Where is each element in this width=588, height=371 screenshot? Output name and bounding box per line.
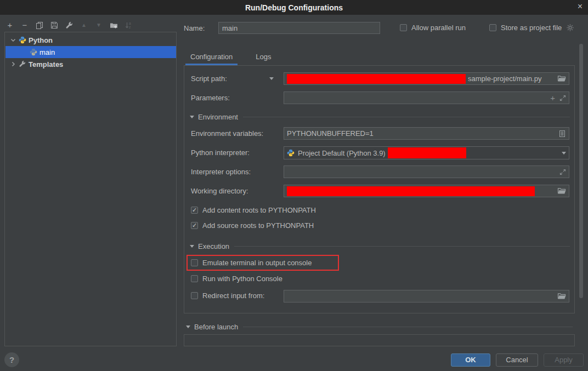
store-as-project-file-checkbox[interactable]: Store as project file	[489, 24, 574, 32]
sort-az-icon: az	[125, 21, 132, 29]
sort-configs-button[interactable]: az	[124, 21, 133, 30]
name-label: Name:	[184, 24, 205, 32]
remove-config-button[interactable]: −	[20, 21, 29, 30]
tree-item-python[interactable]: Python	[5, 34, 176, 46]
run-with-python-console-checkbox[interactable]: Run with Python Console	[191, 275, 282, 283]
redirect-input-field[interactable]	[284, 290, 569, 302]
expand-icon[interactable]	[559, 95, 566, 101]
config-tree: Python main Templates	[4, 32, 177, 346]
add-macro-icon[interactable]: +	[550, 95, 555, 101]
plus-icon: +	[8, 21, 13, 29]
working-directory-browse-button[interactable]	[557, 187, 566, 195]
redirect-input-browse-button[interactable]	[557, 293, 566, 300]
new-folder-button[interactable]	[109, 21, 118, 30]
interpreter-options-label: Interpreter options:	[191, 165, 251, 178]
working-directory-label: Working directory:	[191, 185, 248, 197]
tab-configuration[interactable]: Configuration	[185, 50, 238, 65]
add-content-roots-checkbox[interactable]: ✓ Add content roots to PYTHONPATH	[191, 206, 316, 214]
section-divider	[243, 117, 570, 117]
python-icon	[287, 149, 295, 157]
titlebar: Run/Debug Configurations ×	[0, 0, 588, 15]
section-divider	[243, 327, 573, 327]
dialog-title: Run/Debug Configurations	[245, 3, 343, 12]
minus-icon: −	[22, 21, 27, 29]
python-icon	[19, 36, 26, 44]
svg-text:z: z	[129, 25, 131, 29]
cancel-button[interactable]: Cancel	[496, 353, 538, 367]
folder-open-icon	[557, 187, 566, 195]
emulate-terminal-checkbox[interactable]: Emulate terminal in output console	[191, 259, 312, 267]
arrow-up-icon: ▲	[81, 21, 87, 29]
edit-environment-variables-button[interactable]	[558, 130, 566, 138]
add-config-button[interactable]: +	[5, 21, 14, 30]
wrench-icon	[65, 21, 73, 29]
checkbox-unchecked[interactable]	[489, 24, 496, 31]
script-path-field[interactable]: sample-project/main.py	[284, 72, 569, 85]
gear-icon[interactable]	[566, 24, 574, 32]
python-icon	[30, 48, 37, 56]
save-icon	[50, 21, 58, 29]
checkbox-checked[interactable]: ✓	[191, 222, 198, 229]
folder-add-icon	[110, 21, 118, 29]
wrench-icon	[19, 60, 26, 68]
tree-item-templates[interactable]: Templates	[5, 58, 176, 70]
redaction-overlay	[287, 186, 535, 196]
checkbox-unchecked[interactable]	[400, 24, 407, 31]
ok-button[interactable]: OK	[451, 353, 490, 367]
name-input[interactable]	[218, 22, 380, 34]
help-button[interactable]: ?	[4, 352, 19, 367]
move-down-button[interactable]: ▼	[94, 21, 103, 30]
add-source-roots-checkbox[interactable]: ✓ Add source roots to PYTHONPATH	[191, 221, 314, 230]
tree-item-main[interactable]: main	[5, 46, 176, 58]
apply-button[interactable]: Apply	[544, 353, 584, 367]
checkbox-unchecked[interactable]	[191, 292, 198, 299]
tab-strip: Configuration Logs	[185, 50, 276, 65]
section-before-launch[interactable]: Before launch	[186, 323, 573, 331]
before-launch-list[interactable]	[184, 334, 575, 346]
script-path-type-dropdown-icon[interactable]	[269, 77, 274, 80]
environment-variables-field[interactable]: PYTHONUNBUFFERED=1	[284, 127, 569, 140]
collapse-triangle-icon[interactable]	[190, 245, 194, 248]
question-mark-icon: ?	[9, 355, 14, 364]
allow-parallel-run-checkbox[interactable]: Allow parallel run	[400, 24, 466, 32]
redaction-overlay	[388, 147, 466, 158]
edit-templates-button[interactable]	[65, 21, 74, 30]
checkbox-unchecked[interactable]	[191, 275, 198, 282]
section-environment[interactable]: Environment	[190, 113, 570, 121]
redirect-input-checkbox[interactable]: Redirect input from:	[191, 292, 264, 300]
redaction-overlay	[287, 74, 466, 84]
working-directory-field[interactable]	[284, 185, 569, 197]
collapse-triangle-icon[interactable]	[186, 326, 190, 328]
checkbox-unchecked[interactable]	[191, 259, 198, 266]
move-up-button[interactable]: ▲	[80, 21, 88, 30]
copy-config-button[interactable]	[35, 21, 44, 30]
collapse-triangle-icon[interactable]	[190, 116, 194, 118]
checkbox-checked[interactable]: ✓	[191, 207, 198, 214]
script-path-browse-button[interactable]	[557, 75, 566, 82]
chevron-down-icon[interactable]	[10, 37, 16, 43]
chevron-right-icon[interactable]	[10, 61, 16, 67]
folder-open-icon	[557, 293, 566, 300]
python-interpreter-select[interactable]: Project Default (Python 3.9)	[284, 146, 569, 159]
python-interpreter-label: Python interpreter:	[191, 146, 250, 159]
environment-variables-label: Environment variables:	[191, 127, 263, 140]
copy-icon	[36, 21, 43, 29]
script-path-label: Script path:	[191, 72, 227, 85]
interpreter-options-field[interactable]	[284, 165, 569, 178]
folder-open-icon	[557, 75, 566, 82]
parameters-field[interactable]: +	[284, 92, 569, 104]
close-icon[interactable]: ×	[578, 2, 583, 11]
list-icon	[558, 130, 566, 138]
section-execution[interactable]: Execution	[190, 242, 570, 250]
configuration-tab-panel: Script path: sample-project/main.py Para…	[184, 65, 575, 313]
parameters-label: Parameters:	[191, 92, 230, 104]
scrollbar-thumb[interactable]	[579, 44, 583, 298]
save-config-button[interactable]	[50, 21, 59, 30]
section-divider	[234, 246, 570, 247]
configurations-toolbar: + − ▲ ▼ az	[5, 19, 133, 31]
arrow-down-icon: ▼	[96, 21, 101, 29]
dropdown-arrow-icon[interactable]	[562, 152, 566, 155]
expand-icon[interactable]	[559, 169, 566, 175]
tab-logs[interactable]: Logs	[251, 50, 276, 65]
